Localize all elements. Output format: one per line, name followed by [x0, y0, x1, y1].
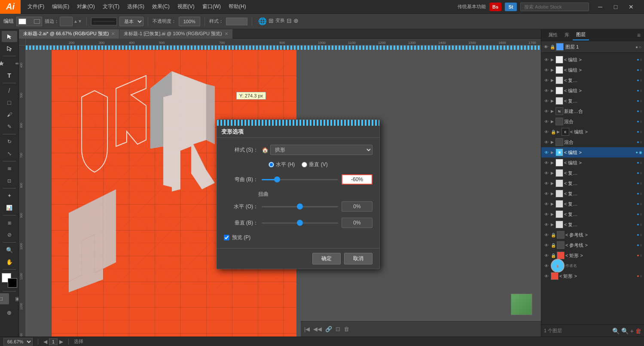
- free-transform-tool[interactable]: ⊡: [2, 175, 17, 186]
- target-13[interactable]: ○: [640, 191, 642, 196]
- grid-icon[interactable]: ⊞: [269, 17, 274, 25]
- search-stock-input[interactable]: [520, 3, 589, 11]
- style-preview[interactable]: [226, 18, 247, 25]
- frame-icon[interactable]: ⊡: [336, 326, 340, 332]
- expand-7[interactable]: ▶: [557, 130, 560, 134]
- stroke-weight-input[interactable]: [60, 17, 73, 26]
- background-color[interactable]: [8, 278, 17, 288]
- visibility-icon-20[interactable]: 👁: [543, 273, 550, 279]
- selection-tool[interactable]: [2, 31, 17, 42]
- layer-row-15[interactable]: 👁 ▶ < 复… ● ○: [541, 209, 644, 219]
- visibility-icon-0[interactable]: 👁: [543, 56, 550, 63]
- target-7[interactable]: ○: [640, 130, 642, 134]
- outline-view[interactable]: ▣: [10, 293, 19, 304]
- library-tab[interactable]: 库: [561, 30, 573, 40]
- target-15[interactable]: ○: [640, 212, 642, 216]
- target-3[interactable]: ○: [640, 88, 642, 93]
- style-select[interactable]: 拱形: [270, 145, 372, 155]
- page-input[interactable]: [49, 338, 58, 345]
- visibility-icon-1[interactable]: 👁: [543, 67, 550, 73]
- doc-tab-1-close[interactable]: ✕: [111, 31, 115, 36]
- link-icon[interactable]: 🔗: [325, 326, 332, 332]
- fill-swatch[interactable]: [18, 18, 26, 24]
- layer-row-1[interactable]: 👁 ▶ < 编组 > ● ○: [541, 65, 644, 75]
- align-icon[interactable]: ⊟: [287, 17, 292, 25]
- paintbrush-tool[interactable]: 🖌: [2, 109, 17, 120]
- expand-1[interactable]: ▶: [551, 68, 554, 72]
- v-distort-slider[interactable]: [262, 220, 338, 226]
- opacity-input[interactable]: [179, 17, 200, 26]
- begin-icon[interactable]: |◀: [304, 326, 310, 332]
- expand-11[interactable]: ▶: [551, 171, 554, 175]
- cancel-button[interactable]: 取消: [344, 253, 372, 264]
- target-14[interactable]: ○: [640, 202, 642, 206]
- expand-14[interactable]: ▶: [551, 202, 554, 206]
- target-18[interactable]: ○: [640, 243, 642, 247]
- layer-row-14[interactable]: 👁 ▶ < 复… ● ○: [541, 199, 644, 209]
- bend-slider-thumb[interactable]: [274, 176, 280, 182]
- visibility-icon-15[interactable]: 👁: [543, 211, 550, 218]
- eyedropper-tool[interactable]: ✦: [2, 190, 17, 201]
- delete-layer-icon[interactable]: 🗑: [635, 328, 641, 334]
- layers-panel[interactable]: 👁 ▶ < 编组 > ● ○ 👁 ▶ < 编组 > ● ○ 👁 ▶ < 复…: [541, 53, 644, 325]
- visibility-icon-19[interactable]: 👁: [543, 252, 550, 259]
- expand-3[interactable]: ▶: [551, 88, 554, 93]
- next-page-icon[interactable]: ▶: [59, 339, 63, 345]
- target-8[interactable]: ○: [640, 140, 642, 144]
- delete-icon[interactable]: 🗑: [344, 326, 349, 332]
- visibility-icon-7[interactable]: 👁: [543, 128, 550, 135]
- expand-6[interactable]: ▶: [551, 119, 554, 124]
- expand-0[interactable]: ▶: [551, 58, 554, 62]
- layer-row-18[interactable]: 👁 🔒 < 参考线 > ● ○: [541, 240, 644, 250]
- panel-menu-icon[interactable]: ≡: [637, 32, 641, 39]
- layer-row-avatar[interactable]: 👁 🦌 作者名: [541, 261, 644, 271]
- layer-search-icon[interactable]: 🔍: [621, 328, 629, 334]
- target-10[interactable]: ○: [640, 161, 642, 165]
- layer-row-7[interactable]: 👁 🔒 ▶ E < 编组 > ● ○: [541, 127, 644, 137]
- direct-select-tool[interactable]: [2, 43, 17, 54]
- menu-help[interactable]: 帮助(H): [225, 1, 250, 12]
- visibility-icon-18[interactable]: 👁: [543, 242, 550, 249]
- layer-row-3[interactable]: 👁 ▶ < 编组 > ● ○: [541, 85, 644, 96]
- layer-row-4[interactable]: 👁 ▶ < 复… ● ○: [541, 96, 644, 106]
- pencil-tool[interactable]: ✎: [2, 121, 17, 132]
- expand-4[interactable]: ▶: [551, 99, 554, 103]
- h-distort-slider[interactable]: [262, 203, 338, 209]
- menu-window[interactable]: 窗口(W): [199, 1, 224, 12]
- fill-stroke-swatch[interactable]: [16, 17, 42, 26]
- vertical-radio[interactable]: 垂直 (V): [302, 161, 327, 168]
- layer-row-2[interactable]: 👁 ▶ < 复… ● ○: [541, 75, 644, 85]
- ok-button[interactable]: 确定: [312, 253, 341, 264]
- globe-icon[interactable]: 🌐: [258, 17, 267, 25]
- target-5[interactable]: ○: [640, 109, 642, 113]
- line-tool[interactable]: /: [2, 85, 17, 96]
- target-11[interactable]: ○: [640, 171, 642, 175]
- expand-15[interactable]: ▶: [551, 212, 554, 216]
- expand-12[interactable]: ▶: [551, 181, 554, 185]
- horizontal-radio-input[interactable]: [269, 162, 274, 167]
- layer-row-11[interactable]: 👁 ▶ < 复… ● ○: [541, 168, 644, 178]
- bridge-icon[interactable]: Bs: [489, 3, 501, 11]
- hand-tool[interactable]: ✋: [2, 256, 17, 267]
- artboard-tool[interactable]: ⊞: [2, 217, 17, 228]
- layer-row-9[interactable]: 👁 ▶ ▣ < 编组 > ● ◉: [541, 147, 644, 158]
- stroke-swatch[interactable]: [34, 19, 40, 24]
- layer-row-10[interactable]: 👁 ▶ < 编组 > ● ○: [541, 158, 644, 168]
- visibility-icon-11[interactable]: 👁: [543, 170, 550, 176]
- menu-effect[interactable]: 效果(C): [149, 1, 173, 12]
- menu-file[interactable]: 文件(F): [24, 1, 48, 12]
- target-19[interactable]: ○: [640, 253, 642, 258]
- close-button[interactable]: ✕: [623, 0, 639, 14]
- zoom-tool[interactable]: 🔍: [2, 244, 17, 255]
- menu-edit[interactable]: 编辑(E): [49, 1, 73, 12]
- maximize-button[interactable]: □: [608, 0, 623, 14]
- visibility-icon-2[interactable]: 👁: [543, 77, 550, 84]
- target-4[interactable]: ○: [640, 99, 642, 103]
- visibility-icon-6[interactable]: 👁: [543, 118, 550, 125]
- new-layer-icon[interactable]: +: [630, 328, 634, 334]
- layer-row-5[interactable]: 👁 ▶ N 新建…合 ● ○: [541, 106, 644, 116]
- expand-5[interactable]: ▶: [551, 109, 554, 113]
- v-distort-thumb[interactable]: [297, 220, 303, 226]
- warp-tool[interactable]: ≋: [2, 163, 17, 174]
- stroke-arrows[interactable]: ▲▼: [73, 19, 82, 24]
